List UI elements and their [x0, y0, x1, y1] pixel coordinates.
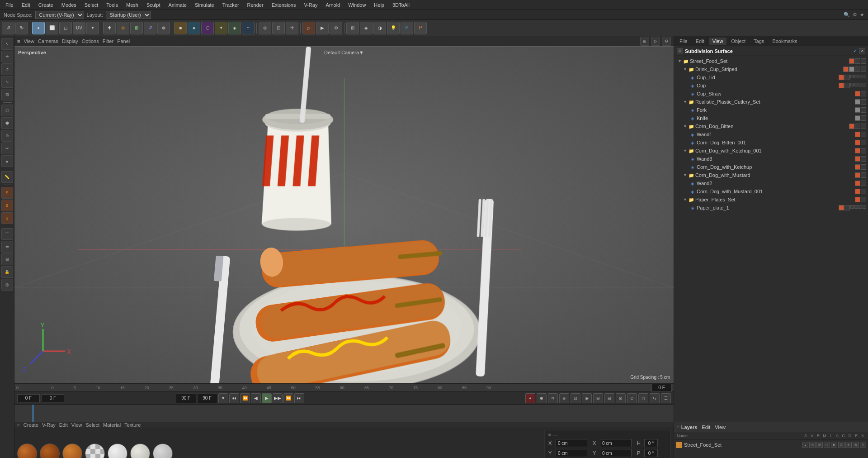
y-pos-input[interactable]	[556, 449, 587, 457]
mat-edit[interactable]: Edit	[59, 422, 68, 428]
shading-button[interactable]: ◑	[373, 22, 386, 34]
tree-item-cdwm[interactable]: ▼ 📁 Corn_Dog_with_Mustard	[674, 171, 868, 179]
circle-btn[interactable]: ◎	[1, 279, 13, 291]
material-item-3[interactable]: Cup_01_	[85, 444, 105, 458]
h-input[interactable]	[644, 439, 658, 447]
layers-menu-icon[interactable]: ≡	[677, 425, 679, 429]
render-button[interactable]: ▷	[302, 22, 315, 34]
tab-edit[interactable]: Edit	[692, 38, 708, 45]
step-forward-btn[interactable]: ⏩	[283, 393, 293, 403]
play-back-btn[interactable]: ◀	[251, 393, 261, 403]
vp-panel[interactable]: Panel	[117, 38, 130, 44]
camera-button[interactable]: ◈	[228, 22, 241, 34]
tree-item-cutlery[interactable]: ▼ 📁 Realistic_Plastic_Cutlery_Set	[674, 98, 868, 106]
mat-view[interactable]: View	[71, 422, 82, 428]
layers-edit[interactable]: Edit	[702, 425, 710, 430]
wireframe-button[interactable]: ◈	[360, 22, 373, 34]
tree-item-cdwk[interactable]: ◈ Corn_Dog_with_Ketchup	[674, 163, 868, 171]
tree-item-wand3[interactable]: ◈ Wand3	[674, 155, 868, 163]
tree-arrow-cdwm[interactable]: ▼	[683, 173, 687, 177]
menu-extensions[interactable]: Extensions	[268, 1, 300, 9]
polygon-mode-button[interactable]: ◻	[59, 22, 72, 34]
go-to-end-btn[interactable]: ⏭	[294, 393, 304, 403]
tree-item-paper-plates[interactable]: ▼ 📁 Paper_Plates_Set	[674, 196, 868, 204]
uv-mode-button[interactable]: UV	[73, 22, 85, 34]
layer-icon-m[interactable]: ◻	[824, 442, 830, 448]
timeline-icon-7[interactable]: ◻	[638, 393, 648, 403]
x-pos-input[interactable]	[556, 439, 587, 447]
current-frame-display[interactable]	[651, 384, 672, 392]
menu-select[interactable]: Select	[81, 1, 102, 9]
magnet-button[interactable]: ⊛	[259, 22, 271, 34]
vp-view[interactable]: View	[24, 38, 34, 44]
ruler-tool-btn[interactable]: 📏	[1, 171, 13, 183]
subdiv-close-icon[interactable]: ✕	[859, 48, 865, 54]
material-item-5[interactable]: Paper_pl	[130, 444, 150, 458]
new-button[interactable]: ✚	[103, 22, 116, 34]
play-btn[interactable]: ▶	[262, 393, 272, 403]
tree-arrow-street-food-set[interactable]: ▼	[678, 59, 682, 63]
sphere-button[interactable]: ●	[188, 22, 200, 34]
vp-filter[interactable]: Filter	[103, 38, 113, 44]
move-tool-button[interactable]: ⊕	[117, 22, 129, 34]
menu-tracker[interactable]: Tracker	[219, 1, 243, 9]
go-to-start-btn[interactable]: ⏮	[229, 393, 239, 403]
tree-item-corn-dog-bitten-001[interactable]: ◈ Corn_Dog_Bitten_001	[674, 138, 868, 147]
curve-btn[interactable]: ⌒	[1, 228, 13, 240]
material-item-4[interactable]: Cup_Lid_	[108, 444, 127, 458]
tab-view[interactable]: View	[709, 38, 727, 45]
vp-options[interactable]: Options	[82, 38, 99, 44]
material-item-2[interactable]: Corn_Do	[62, 444, 82, 458]
tree-item-cdwk001[interactable]: ▼ 📁 Corn_Dog_with_Ketchup_001	[674, 147, 868, 155]
tree-item-wand2[interactable]: ◈ Wand2	[674, 179, 868, 187]
mat-select[interactable]: Select	[85, 422, 99, 428]
material-item-1[interactable]: Corn_Do	[40, 444, 60, 458]
ik-btn[interactable]: ⊕	[559, 393, 569, 403]
poly-tool-btn[interactable]: ⬡	[1, 105, 13, 116]
menu-modes[interactable]: Modes	[58, 1, 80, 9]
start-frame-input[interactable]: 0 F	[17, 394, 40, 402]
layer-btn[interactable]: ☰	[1, 241, 13, 253]
menu-render[interactable]: Render	[244, 1, 267, 9]
dollar2-btn[interactable]: $	[1, 200, 13, 211]
layer-icon-v[interactable]: ◎	[809, 442, 816, 448]
timeline-ruler[interactable]: 0 0 5 10 15 20 25 30 35 40 45 50 55 60 6…	[14, 384, 674, 392]
tree-item-corn-dog-bitten[interactable]: ▼ 📁 Corn_Dog_Bitten	[674, 122, 868, 130]
timeline-icon-4[interactable]: ⊟	[604, 393, 614, 403]
tab-bookmarks[interactable]: Bookmarks	[769, 38, 801, 45]
python-button[interactable]: P	[401, 22, 413, 34]
menu-help[interactable]: Help	[370, 1, 388, 9]
layout-dropdown[interactable]: Startup (User)	[106, 11, 151, 19]
menu-file[interactable]: File	[2, 1, 17, 9]
menu-arnold[interactable]: Arnold	[322, 1, 344, 9]
layer-icon-g[interactable]: ⊗	[845, 442, 852, 448]
grid-button[interactable]: ⊞	[346, 22, 359, 34]
vp-view-btn[interactable]: ▷	[651, 37, 660, 46]
selection-tool-btn[interactable]: ↖	[1, 38, 13, 50]
mat-vray[interactable]: V-Ray	[42, 422, 56, 428]
timeline-icon-3[interactable]: ⊞	[593, 393, 603, 403]
tree-item-knife[interactable]: ◈ Knife	[674, 114, 868, 122]
move-tool-btn[interactable]: ✛	[1, 51, 13, 62]
timeline-icon-6[interactable]: ⊙	[627, 393, 637, 403]
play-forward-btn[interactable]: ▶▶	[273, 393, 283, 403]
mat-create[interactable]: Create	[24, 422, 38, 428]
material-bar-menu-icon[interactable]: ≡	[17, 423, 20, 428]
node-space-dropdown[interactable]: Current (V-Ray)	[35, 11, 84, 19]
menu-tools[interactable]: Tools	[103, 1, 122, 9]
menu-simulate[interactable]: Simulate	[191, 1, 218, 9]
lock-btn[interactable]: 🔒	[1, 266, 13, 278]
tree-item-street-food-set[interactable]: ▼ 📁 Street_Food_Set	[674, 57, 868, 65]
p-input[interactable]	[644, 449, 658, 457]
menu-sculpt[interactable]: Sculpt	[143, 1, 164, 9]
motion-btn[interactable]: ≋	[548, 393, 558, 403]
transform-button[interactable]: ⊗	[157, 22, 170, 34]
tree-arrow-corn-dog-bitten[interactable]: ▼	[683, 124, 687, 129]
mat-texture[interactable]: Texture	[124, 422, 141, 428]
scale-tool-btn2[interactable]: ⤡	[1, 76, 13, 88]
transform-tool-btn[interactable]: ⊞	[1, 89, 13, 100]
edge-tool-btn[interactable]: ⬢	[1, 117, 13, 129]
timeline-icon-1[interactable]: ⊡	[571, 393, 580, 403]
tree-arrow-paper-plates[interactable]: ▼	[683, 197, 687, 202]
object-mode-button[interactable]: ✦	[86, 22, 99, 34]
